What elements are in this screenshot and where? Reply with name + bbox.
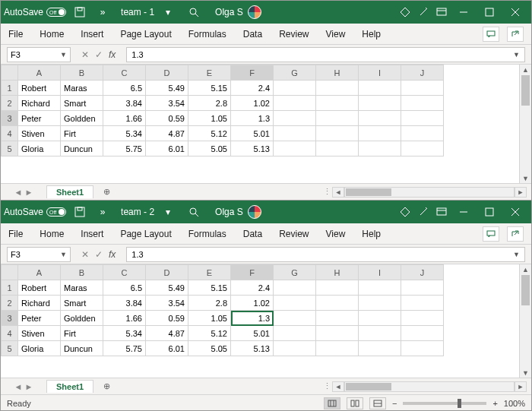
- cell-E1[interactable]: 5.15: [188, 81, 231, 96]
- zoom-out-button[interactable]: −: [392, 399, 397, 408]
- tab-page-layout[interactable]: Page Layout: [120, 29, 171, 40]
- cell-E4[interactable]: 5.12: [188, 126, 231, 141]
- cell-J5[interactable]: [401, 141, 444, 156]
- tab-file[interactable]: File: [8, 229, 23, 239]
- dropdown-title-icon[interactable]: ▾: [159, 1, 177, 24]
- cell-G4[interactable]: [274, 326, 316, 341]
- col-header-B[interactable]: B: [61, 65, 103, 81]
- maximize-button[interactable]: [477, 1, 502, 24]
- save-icon[interactable]: [71, 1, 89, 24]
- cell-B4[interactable]: Firt: [61, 126, 103, 141]
- cell-G5[interactable]: [274, 341, 316, 356]
- name-box[interactable]: F3▼: [7, 247, 71, 262]
- cell-H2[interactable]: [316, 96, 359, 111]
- cell-F2[interactable]: 1.02: [231, 96, 274, 111]
- fx-icon[interactable]: fx: [109, 249, 116, 260]
- cell-J1[interactable]: [401, 280, 444, 296]
- col-header-J[interactable]: J: [401, 65, 444, 81]
- new-sheet-button[interactable]: ⊕: [98, 186, 115, 198]
- expand-formula-icon[interactable]: ▼: [513, 251, 520, 258]
- row-header-2[interactable]: 2: [2, 296, 18, 311]
- cell-I1[interactable]: [359, 81, 401, 96]
- cell-G1[interactable]: [274, 81, 316, 96]
- cell-J4[interactable]: [401, 326, 444, 341]
- tab-review[interactable]: Review: [279, 29, 309, 40]
- cell-E1[interactable]: 5.15: [188, 280, 231, 296]
- user-account[interactable]: Olga S: [215, 205, 261, 219]
- cell-E5[interactable]: 5.05: [188, 141, 231, 156]
- tab-view[interactable]: View: [326, 229, 346, 239]
- cell-H1[interactable]: [316, 81, 359, 96]
- cell-H5[interactable]: [316, 141, 359, 156]
- col-header-G[interactable]: G: [274, 265, 316, 280]
- cell-D3[interactable]: 0.59: [146, 311, 188, 326]
- enter-formula-icon[interactable]: ✓: [95, 249, 103, 260]
- row-header-3[interactable]: 3: [2, 111, 18, 126]
- cell-A2[interactable]: Richard: [18, 296, 61, 311]
- toggle-off-icon[interactable]: Off: [46, 8, 66, 17]
- cell-I5[interactable]: [359, 141, 401, 156]
- scroll-left-icon[interactable]: ◄: [332, 187, 344, 198]
- col-header-H[interactable]: H: [316, 265, 359, 280]
- scroll-thumb[interactable]: [521, 75, 530, 106]
- tab-home[interactable]: Home: [40, 229, 64, 239]
- cell-E2[interactable]: 2.8: [188, 296, 231, 311]
- col-header-B[interactable]: B: [61, 265, 103, 280]
- cell-H1[interactable]: [316, 280, 359, 296]
- tab-help[interactable]: Help: [362, 29, 381, 40]
- chevron-down-icon[interactable]: ▼: [60, 251, 67, 258]
- more-commands-icon[interactable]: »: [93, 201, 112, 223]
- wand-icon[interactable]: [414, 1, 432, 24]
- normal-view-button[interactable]: [324, 397, 340, 409]
- vertical-scrollbar[interactable]: ▲▼: [519, 65, 531, 183]
- cell-A3[interactable]: Peter: [18, 311, 61, 326]
- col-header-J[interactable]: J: [401, 265, 444, 280]
- cell-G4[interactable]: [274, 126, 316, 141]
- scroll-down-icon[interactable]: ▼: [520, 368, 531, 378]
- col-header-G[interactable]: G: [274, 65, 316, 81]
- cell-D5[interactable]: 6.01: [146, 141, 188, 156]
- tab-insert[interactable]: Insert: [81, 229, 103, 239]
- cell-D4[interactable]: 4.87: [146, 326, 188, 341]
- maximize-button[interactable]: [477, 201, 502, 223]
- comments-icon[interactable]: [483, 226, 499, 242]
- col-header-D[interactable]: D: [146, 65, 188, 81]
- cell-J1[interactable]: [401, 81, 444, 96]
- tab-split-icon[interactable]: ⋮: [321, 381, 332, 391]
- horizontal-scrollbar[interactable]: ⋮ ◄ ►: [321, 380, 527, 393]
- row-header-2[interactable]: 2: [2, 96, 18, 111]
- scroll-right-icon[interactable]: ►: [515, 381, 527, 392]
- fx-icon[interactable]: fx: [109, 49, 116, 60]
- cell-B3[interactable]: Goldden: [61, 111, 103, 126]
- cell-B5[interactable]: Duncun: [61, 141, 103, 156]
- cell-J2[interactable]: [401, 296, 444, 311]
- cell-D2[interactable]: 3.54: [146, 96, 188, 111]
- close-button[interactable]: [502, 201, 528, 223]
- cell-A4[interactable]: Stiven: [18, 126, 61, 141]
- cell-E4[interactable]: 5.12: [188, 326, 231, 341]
- cell-I1[interactable]: [359, 280, 401, 296]
- ribbon-display-icon[interactable]: [432, 1, 451, 24]
- share-icon[interactable]: [507, 27, 524, 42]
- scroll-up-icon[interactable]: ▲: [520, 264, 531, 274]
- cell-A1[interactable]: Robert: [18, 81, 61, 96]
- cell-G3[interactable]: [274, 311, 316, 326]
- ribbon-display-icon[interactable]: [432, 201, 451, 223]
- row-header-4[interactable]: 4: [2, 326, 18, 341]
- col-header-I[interactable]: I: [359, 65, 401, 81]
- cell-E5[interactable]: 5.05: [188, 341, 231, 356]
- row-header-1[interactable]: 1: [2, 81, 18, 96]
- cell-B4[interactable]: Firt: [61, 326, 103, 341]
- tab-home[interactable]: Home: [40, 29, 64, 40]
- col-header-I[interactable]: I: [359, 265, 401, 280]
- col-header-F[interactable]: F: [231, 65, 274, 81]
- tab-review[interactable]: Review: [279, 229, 309, 239]
- cell-C4[interactable]: 5.34: [103, 126, 146, 141]
- tab-view[interactable]: View: [326, 29, 346, 40]
- vertical-scrollbar[interactable]: ▲▼: [519, 264, 531, 378]
- cell-G2[interactable]: [274, 96, 316, 111]
- cell-F4[interactable]: 5.01: [231, 326, 274, 341]
- cell-C3[interactable]: 1.66: [103, 111, 146, 126]
- tab-formulas[interactable]: Formulas: [188, 229, 226, 239]
- cell-C1[interactable]: 6.5: [103, 280, 146, 296]
